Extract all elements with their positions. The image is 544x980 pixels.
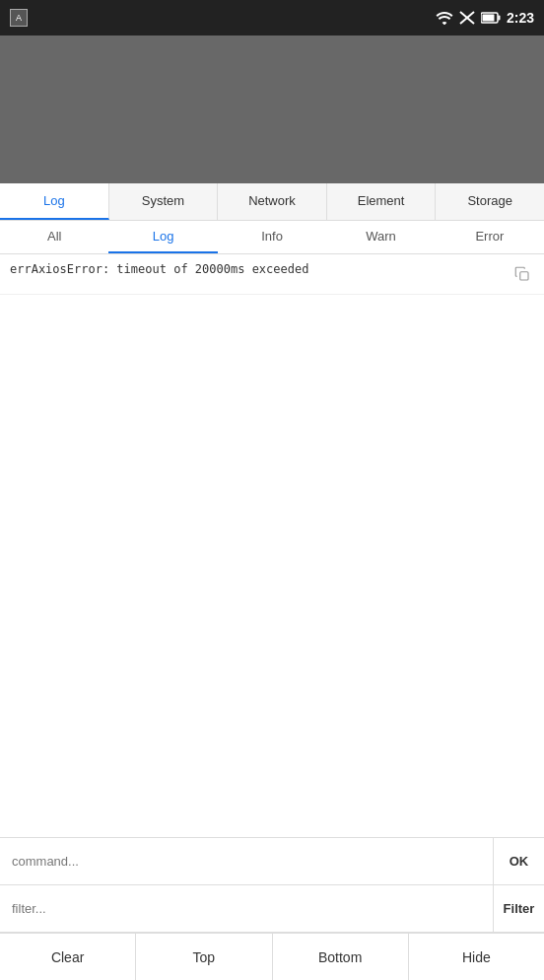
command-input[interactable] — [0, 838, 493, 884]
status-bar-left: A — [10, 9, 28, 27]
filter-input[interactable] — [0, 885, 493, 932]
status-time: 2:23 — [507, 10, 534, 26]
tab-element[interactable]: Element — [327, 183, 437, 220]
signal-icon — [459, 11, 475, 25]
tab-network[interactable]: Network — [218, 183, 327, 220]
input-area: OK Filter — [0, 837, 544, 933]
clear-button[interactable]: Clear — [0, 934, 136, 980]
log-entry-text: errAxiosError: timeout of 20000ms exceed… — [10, 262, 510, 276]
status-bar-right: 2:23 — [436, 10, 534, 26]
app-preview — [0, 35, 544, 183]
tab-log[interactable]: Log — [0, 183, 109, 220]
top-tab-bar: Log System Network Element Storage — [0, 183, 544, 221]
copy-icon[interactable] — [510, 262, 534, 286]
filter-button[interactable]: Filter — [493, 885, 544, 932]
svg-rect-6 — [520, 272, 528, 280]
subtab-all[interactable]: All — [0, 221, 108, 253]
bottom-button[interactable]: Bottom — [273, 934, 409, 980]
subtab-log[interactable]: Log — [108, 221, 217, 253]
bottom-bar: Clear Top Bottom Hide — [0, 933, 544, 980]
battery-icon — [481, 12, 501, 24]
subtab-error[interactable]: Error — [436, 221, 544, 253]
wifi-icon — [436, 11, 453, 25]
command-row: OK — [0, 838, 544, 885]
log-content: errAxiosError: timeout of 20000ms exceed… — [0, 254, 544, 837]
svg-rect-4 — [498, 16, 500, 21]
ok-button[interactable]: OK — [493, 838, 544, 884]
sub-tab-bar: All Log Info Warn Error — [0, 221, 544, 254]
subtab-info[interactable]: Info — [218, 221, 326, 253]
tab-system[interactable]: System — [109, 183, 219, 220]
svg-rect-5 — [482, 15, 494, 22]
hide-button[interactable]: Hide — [409, 934, 544, 980]
status-bar: A 2:23 — [0, 0, 544, 35]
app-icon: A — [10, 9, 28, 27]
filter-row: Filter — [0, 885, 544, 933]
log-entry: errAxiosError: timeout of 20000ms exceed… — [0, 254, 544, 295]
top-button[interactable]: Top — [136, 934, 272, 980]
subtab-warn[interactable]: Warn — [326, 221, 435, 253]
tab-storage[interactable]: Storage — [436, 183, 544, 220]
